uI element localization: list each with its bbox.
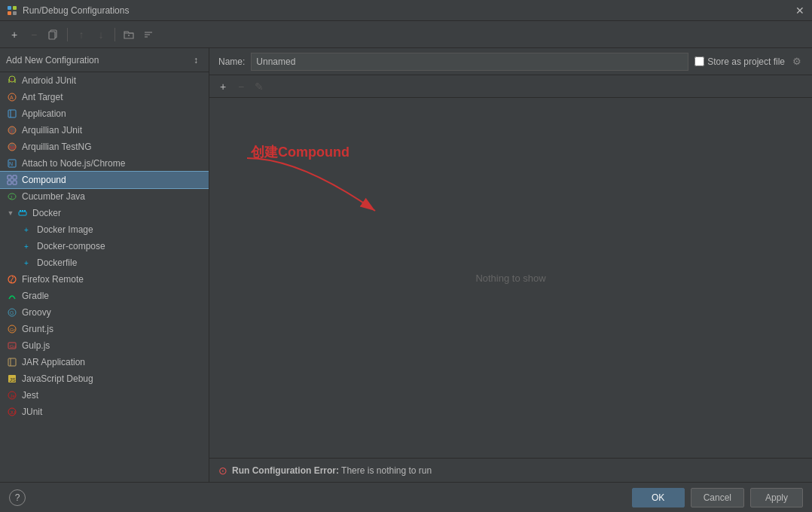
- js-debug-icon: JS: [6, 373, 18, 385]
- main-toolbar: + − ↑ ↓: [0, 21, 812, 48]
- cancel-button[interactable]: Cancel: [691, 488, 744, 507]
- groovy-icon: G: [6, 306, 18, 318]
- svg-text:J: J: [11, 78, 13, 82]
- svg-rect-26: [13, 175, 17, 179]
- svg-rect-34: [24, 210, 26, 212]
- gulp-js-item[interactable]: Gu Gulp.js: [0, 337, 209, 354]
- svg-text:A: A: [10, 95, 14, 100]
- svg-rect-5: [49, 32, 55, 39]
- left-panel-header: Add New Configuration ↕: [0, 48, 209, 72]
- list-item[interactable]: J Arquillian JUnit: [0, 122, 209, 139]
- copy-config-button[interactable]: [45, 26, 62, 43]
- svg-rect-45: [8, 358, 16, 366]
- svg-rect-17: [8, 110, 16, 117]
- docker-parent-item[interactable]: ▼ Docker: [0, 205, 209, 221]
- move-down-button[interactable]: ↓: [93, 26, 109, 43]
- dockerfile-item[interactable]: + Dockerfile: [0, 254, 209, 271]
- item-label: JAR Application: [22, 357, 85, 367]
- item-label: Gradle: [22, 291, 49, 301]
- jar-application-item[interactable]: JAR Application: [0, 354, 209, 370]
- item-label: Arquillian TestNG: [22, 142, 91, 152]
- name-input[interactable]: [251, 53, 688, 71]
- add-config-button[interactable]: +: [6, 26, 23, 43]
- dialog: + − ↑ ↓: [0, 21, 812, 512]
- junit-icon: JU: [6, 406, 18, 418]
- jest-item[interactable]: Je Jest: [0, 387, 209, 404]
- jar-icon: [6, 356, 18, 368]
- svg-rect-3: [13, 11, 17, 15]
- annotation-arrow: [224, 143, 511, 248]
- annotation-text: 创建Compound: [251, 143, 350, 161]
- arquillian-junit-icon: J: [6, 124, 18, 136]
- svg-rect-25: [8, 175, 11, 179]
- list-item[interactable]: J Android JUnit: [0, 72, 209, 89]
- svg-text:G: G: [10, 310, 14, 315]
- list-item[interactable]: A Ant Target: [0, 89, 209, 105]
- edit-run-button[interactable]: ✎: [252, 79, 267, 94]
- panel-sort-button[interactable]: ↕: [189, 53, 203, 67]
- application-icon: [6, 108, 18, 120]
- item-label: Cucumber Java: [22, 191, 85, 202]
- svg-text:JS: JS: [10, 377, 17, 382]
- main-content-area: Nothing to show 创建Compound: [209, 98, 812, 458]
- move-up-button[interactable]: ↑: [73, 26, 90, 43]
- svg-rect-1: [13, 6, 17, 10]
- svg-text:JU: JU: [10, 410, 15, 415]
- apply-button[interactable]: Apply: [750, 488, 803, 507]
- docker-image-item[interactable]: + Docker Image: [0, 221, 209, 238]
- docker-image-icon: +: [21, 224, 33, 236]
- title-bar: Run/Debug Configurations ✕: [0, 0, 812, 21]
- item-label: Android JUnit: [22, 75, 76, 86]
- sort-button[interactable]: [140, 26, 157, 43]
- docker-icon: [17, 207, 29, 219]
- right-panel: Name: Store as project file ⚙ + − ✎ Noth…: [209, 48, 812, 482]
- item-label: Firefox Remote: [22, 274, 84, 285]
- svg-rect-31: [19, 212, 26, 215]
- list-item[interactable]: N Attach to Node.js/Chrome: [0, 155, 209, 172]
- store-as-project-checkbox[interactable]: [694, 56, 704, 66]
- list-item[interactable]: NG Arquillian TestNG: [0, 139, 209, 155]
- config-toolbar: + − ✎: [209, 75, 812, 98]
- item-label: JavaScript Debug: [22, 373, 93, 384]
- dialog-icon: [6, 5, 18, 17]
- item-label: Arquillian JUnit: [22, 125, 82, 136]
- store-as-project-label: Store as project file: [694, 56, 785, 67]
- name-row: Name: Store as project file ⚙: [209, 48, 812, 75]
- svg-text:Gr: Gr: [10, 328, 15, 332]
- gradle-item[interactable]: Gradle: [0, 288, 209, 304]
- svg-text:J: J: [10, 195, 12, 200]
- help-button[interactable]: ?: [9, 489, 26, 506]
- grunt-js-item[interactable]: Gr Grunt.js: [0, 321, 209, 337]
- compound-icon: [6, 174, 18, 186]
- ant-target-icon: A: [6, 91, 18, 103]
- ok-button[interactable]: OK: [632, 488, 685, 507]
- item-label: Docker: [32, 208, 61, 218]
- item-label: Jest: [22, 390, 38, 401]
- item-label: Dockerfile: [37, 258, 77, 268]
- junit-item[interactable]: JU JUnit: [0, 404, 209, 420]
- list-item[interactable]: J Cucumber Java: [0, 188, 209, 205]
- svg-text:+: +: [24, 259, 29, 267]
- jest-icon: Je: [6, 389, 18, 401]
- item-label: Compound: [22, 175, 66, 185]
- firefox-remote-item[interactable]: Firefox Remote: [0, 271, 209, 288]
- tree-list[interactable]: J Android JUnit A Ant Target Applica: [0, 72, 209, 482]
- folder-button[interactable]: [121, 26, 137, 43]
- left-panel: Add New Configuration ↕ J Android JUnit …: [0, 48, 209, 482]
- remove-config-button[interactable]: −: [26, 26, 42, 43]
- list-item[interactable]: Application: [0, 105, 209, 122]
- svg-rect-32: [20, 210, 21, 212]
- javascript-debug-item[interactable]: JS JavaScript Debug: [0, 370, 209, 387]
- svg-rect-0: [8, 6, 11, 10]
- add-run-button[interactable]: +: [215, 79, 230, 94]
- groovy-item[interactable]: G Groovy: [0, 304, 209, 321]
- svg-text:NG: NG: [10, 145, 17, 150]
- arquillian-testng-icon: NG: [6, 141, 18, 153]
- nothing-to-show-label: Nothing to show: [475, 273, 545, 284]
- close-button[interactable]: ✕: [794, 5, 806, 17]
- compound-list-item[interactable]: Compound: [0, 172, 209, 188]
- remove-run-button[interactable]: −: [234, 79, 249, 94]
- docker-compose-item[interactable]: + Docker-compose: [0, 238, 209, 254]
- gear-icon[interactable]: ⚙: [791, 56, 803, 68]
- svg-text:J: J: [11, 129, 13, 133]
